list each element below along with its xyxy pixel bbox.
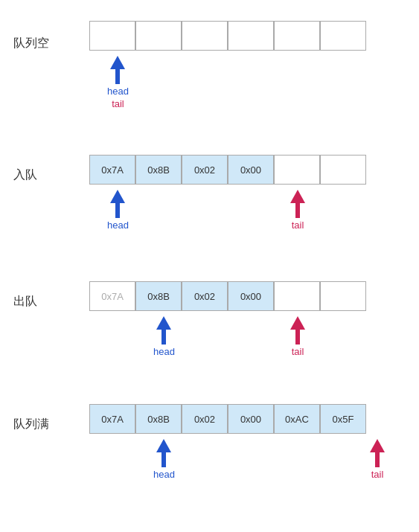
- cell: [228, 21, 274, 51]
- queue-dequeue: 0x7A 0x8B 0x02 0x00: [89, 281, 366, 311]
- arrow-up-blue-icon: [156, 439, 171, 452]
- label-dequeue: 出队: [13, 294, 37, 310]
- arrow-stem: [115, 203, 120, 218]
- label-empty-queue: 队列空: [13, 36, 49, 51]
- queue-empty: [89, 21, 366, 51]
- arrow-stem: [161, 330, 166, 344]
- label-enqueue: 入队: [13, 167, 37, 183]
- cell-0x00: 0x00: [228, 155, 274, 185]
- cell-0x00: 0x00: [228, 281, 274, 311]
- arrow-head-dequeue: head: [153, 316, 175, 357]
- cell: [182, 21, 228, 51]
- arrow-stem: [161, 452, 166, 467]
- cell-empty2: [320, 155, 366, 185]
- head-label-full: head: [153, 469, 175, 480]
- arrow-up-pink-icon: [290, 316, 305, 330]
- arrow-up-pink-icon: [290, 190, 305, 203]
- cell-0xAC: 0xAC: [274, 404, 320, 434]
- cell-0x02: 0x02: [182, 155, 228, 185]
- cell-empty2: [320, 281, 366, 311]
- arrow-stem: [375, 452, 380, 467]
- cell-0x8B: 0x8B: [135, 404, 182, 434]
- arrow-up-pink-icon: [370, 439, 385, 452]
- head-label-enqueue: head: [107, 219, 129, 231]
- arrow-stem: [295, 330, 300, 344]
- tail-label-full: tail: [371, 469, 384, 480]
- cell-0x8B: 0x8B: [135, 155, 182, 185]
- cell-0x7A: 0x7A: [89, 404, 135, 434]
- arrow-tail-enqueue: tail: [290, 190, 305, 231]
- arrow-up-blue-icon: [110, 190, 125, 203]
- cell: [320, 21, 366, 51]
- arrow-up-blue-icon: [110, 56, 125, 69]
- cell-0x5F: 0x5F: [320, 404, 366, 434]
- cell-empty1: [274, 281, 320, 311]
- head-label-dequeue: head: [153, 346, 175, 357]
- queue-enqueue: 0x7A 0x8B 0x02 0x00: [89, 155, 366, 185]
- arrow-stem-blue: [115, 69, 120, 84]
- head-label-empty: head: [107, 86, 129, 97]
- cell-0x7A: 0x7A: [89, 155, 135, 185]
- label-full-queue: 队列满: [13, 417, 49, 432]
- cell-0x00: 0x00: [228, 404, 274, 434]
- tail-label-dequeue: tail: [292, 346, 304, 357]
- queue-full: 0x7A 0x8B 0x02 0x00 0xAC 0x5F: [89, 404, 366, 434]
- cell-0x7A-faded: 0x7A: [89, 281, 135, 311]
- tail-label-enqueue: tail: [292, 219, 304, 231]
- arrow-tail-full: tail: [370, 439, 385, 480]
- arrow-up-blue-icon: [156, 316, 171, 330]
- arrow-head-full: head: [153, 439, 175, 480]
- arrow-head-tail-empty: head tail: [107, 56, 129, 109]
- arrow-head-enqueue: head: [107, 190, 129, 231]
- arrow-stem: [295, 203, 300, 218]
- cell: [135, 21, 182, 51]
- cell-empty1: [274, 155, 320, 185]
- cell-0x02: 0x02: [182, 281, 228, 311]
- cell: [89, 21, 135, 51]
- cell-0x8B: 0x8B: [135, 281, 182, 311]
- cell-0x02: 0x02: [182, 404, 228, 434]
- arrow-tail-dequeue: tail: [290, 316, 305, 357]
- cell: [274, 21, 320, 51]
- tail-label-empty: tail: [112, 98, 124, 109]
